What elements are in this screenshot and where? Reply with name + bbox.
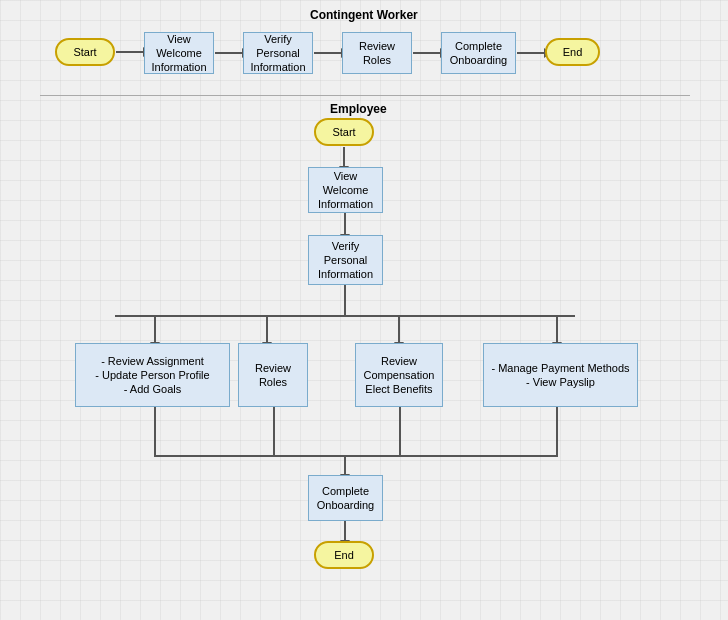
- flowchart-diagram: Contingent Worker Start ViewWelcomeInfor…: [0, 0, 728, 620]
- emp-complete-onboarding: CompleteOnboarding: [308, 475, 383, 521]
- employee-start: Start: [314, 118, 374, 146]
- arrow-branch4: [556, 315, 558, 343]
- line-b4-down: [556, 407, 558, 455]
- arrow-branch3: [398, 315, 400, 343]
- employee-title: Employee: [330, 102, 387, 116]
- line-b1-down: [154, 407, 156, 455]
- cw-review-roles: ReviewRoles: [342, 32, 412, 74]
- emp-view-welcome: ViewWelcomeInformation: [308, 167, 383, 213]
- emp-manage-payment: - Manage Payment Methods- View Payslip: [483, 343, 638, 407]
- arrow-cw-3: [314, 52, 342, 54]
- arrow-to-end: [344, 521, 346, 541]
- arrow-branch1: [154, 315, 156, 343]
- emp-verify-personal: VerifyPersonalInformation: [308, 235, 383, 285]
- cw-complete-onboarding: CompleteOnboarding: [441, 32, 516, 74]
- emp-review-compensation: ReviewCompensationElect Benefits: [355, 343, 443, 407]
- arrow-emp-2: [344, 213, 346, 235]
- cw-view-welcome: ViewWelcomeInformation: [144, 32, 214, 74]
- arrow-to-complete: [344, 455, 346, 475]
- arrow-cw-5: [517, 52, 545, 54]
- line-b2-down: [273, 407, 275, 455]
- arrow-cw-2: [215, 52, 243, 54]
- contingent-worker-title: Contingent Worker: [310, 8, 418, 22]
- line-branch-center: [344, 285, 346, 315]
- divider: [40, 95, 690, 96]
- line-b3-down: [399, 407, 401, 455]
- employee-end: End: [314, 541, 374, 569]
- cw-verify-personal: VerifyPersonalInformation: [243, 32, 313, 74]
- line-branch-h: [115, 315, 575, 317]
- line-converge-h: [154, 455, 558, 457]
- emp-review-roles: ReviewRoles: [238, 343, 308, 407]
- arrow-cw-4: [413, 52, 441, 54]
- emp-branch1: - Review Assignment- Update Person Profi…: [75, 343, 230, 407]
- contingent-end: End: [545, 38, 600, 66]
- arrow-emp-1: [343, 147, 345, 167]
- arrow-cw-1: [116, 51, 144, 53]
- contingent-start: Start: [55, 38, 115, 66]
- arrow-branch2: [266, 315, 268, 343]
